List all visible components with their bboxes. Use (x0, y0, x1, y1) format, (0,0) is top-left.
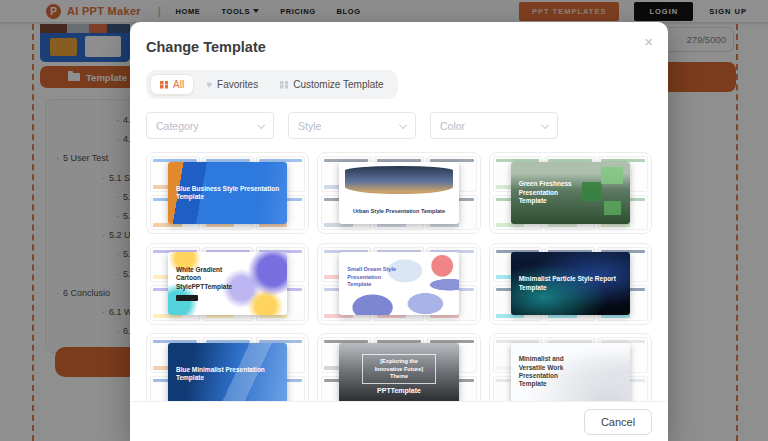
template-subtitle: PPTTemplate (377, 387, 421, 394)
template-cover: Blue Business Style Presentation Templat… (168, 162, 287, 224)
template-card-white-gradient-cartoon[interactable]: White Gradient Cartoon StylePPTTemplate (146, 243, 309, 325)
change-template-modal: Change Template × All ♥ Favorites Custom… (130, 22, 668, 441)
screen: P AI PPT Maker | HOME TOOLS PRICING BLOG… (0, 0, 768, 441)
template-title: Minimalist Particle Style Report Templat… (519, 275, 622, 292)
tab-favorites[interactable]: ♥ Favorites (196, 74, 268, 95)
template-title: Urban Style Presentation Template (347, 208, 450, 215)
template-cover: Blue Minimalist Presentation Template (168, 343, 287, 405)
close-icon[interactable]: × (644, 34, 653, 49)
customize-grid-icon (280, 81, 288, 89)
template-cover: Green Freshness Presentation Template (511, 162, 630, 224)
template-title: Blue Business Style Presentation Templat… (176, 185, 279, 202)
template-card-blue-business[interactable]: Blue Business Style Presentation Templat… (146, 152, 309, 234)
template-cover: Minimalist Particle Style Report Templat… (511, 252, 630, 314)
tab-customize-template[interactable]: Customize Template (270, 74, 393, 95)
template-card-small-dream[interactable]: Small Dream Style Presentation Template (317, 243, 480, 325)
cancel-button[interactable]: Cancel (584, 409, 652, 435)
template-title: Blue Minimalist Presentation Template (176, 366, 279, 383)
template-title: White Gradient Cartoon StylePPTTemplate (176, 266, 248, 291)
template-title: [Exploring the Innovative Future] Theme (362, 354, 436, 384)
tab-all[interactable]: All (150, 74, 194, 95)
select-placeholder: Style (298, 120, 321, 132)
filter-row: Category Style Color (146, 112, 652, 139)
color-select[interactable]: Color (430, 112, 558, 139)
template-cover: Urban Style Presentation Template (339, 162, 458, 224)
heart-icon: ♥ (206, 80, 212, 90)
modal-title: Change Template (146, 39, 652, 55)
chevron-down-icon (257, 121, 265, 129)
template-title: Green Freshness Presentation Template (519, 180, 581, 205)
modal-footer: Cancel (130, 401, 668, 441)
template-tabs: All ♥ Favorites Customize Template (146, 70, 398, 99)
style-select[interactable]: Style (288, 112, 416, 139)
template-title: Small Dream Style Presentation Template (347, 266, 404, 288)
category-select[interactable]: Category (146, 112, 274, 139)
template-cover: Small Dream Style Presentation Template (339, 252, 458, 314)
template-cover: Minimalist and Versatile Work Presentati… (511, 343, 630, 405)
template-card-urban-style[interactable]: Urban Style Presentation Template (317, 152, 480, 234)
template-grid: Blue Business Style Presentation Templat… (146, 152, 652, 416)
template-title: Minimalist and Versatile Work Presentati… (519, 355, 573, 389)
tab-label: All (173, 79, 184, 90)
tab-label: Favorites (217, 79, 258, 90)
grid-icon (160, 81, 168, 89)
template-cover: White Gradient Cartoon StylePPTTemplate (168, 252, 287, 314)
tab-label: Customize Template (293, 79, 383, 90)
template-cover: [Exploring the Innovative Future] Theme … (339, 343, 458, 405)
chevron-down-icon (541, 121, 549, 129)
chevron-down-icon (399, 121, 407, 129)
cover-button-shape (176, 295, 198, 301)
template-card-minimalist-particle[interactable]: Minimalist Particle Style Report Templat… (489, 243, 652, 325)
template-card-green-freshness[interactable]: Green Freshness Presentation Template (489, 152, 652, 234)
select-placeholder: Category (156, 120, 199, 132)
select-placeholder: Color (440, 120, 465, 132)
